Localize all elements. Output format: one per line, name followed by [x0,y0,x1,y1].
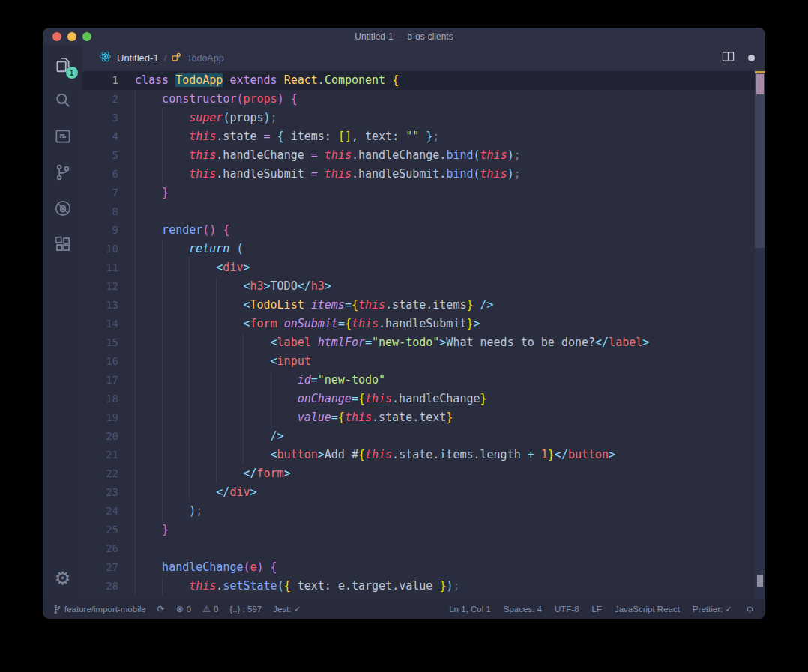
bell-icon[interactable] [745,604,755,615]
line-number[interactable]: 5 [82,146,118,165]
code-line[interactable]: 23</div> [82,483,765,502]
code-line[interactable]: 11<div> [82,258,765,277]
line-number[interactable]: 14 [82,315,118,333]
code-line[interactable]: 5this.handleChange = this.handleChange.b… [82,146,765,165]
indentation-status[interactable]: Spaces: 4 [504,605,542,614]
activity-bar: 1 [43,45,82,599]
sync-icon[interactable]: ⟳ [157,604,165,614]
line-number[interactable]: 15 [82,333,118,352]
line-number[interactable]: 12 [82,277,118,296]
git-branch-status[interactable]: feature/import-mobile [53,605,146,614]
scrollbar-thumb[interactable] [755,73,765,248]
line-number[interactable]: 25 [82,521,118,539]
breadcrumb-symbol[interactable]: TodoApp [187,53,223,64]
line-number[interactable]: 19 [82,408,118,427]
problems-count-status[interactable]: {..} : 597 [229,605,262,614]
code-line[interactable]: 14<form onSubmit={this.handleSubmit}> [82,315,765,333]
line-number[interactable]: 8 [82,202,118,221]
line-number[interactable]: 20 [82,427,118,446]
code-text: onChange={this.handleChange} [118,390,487,408]
code-line[interactable]: 1class TodoApp extends React.Component { [82,71,765,90]
line-number[interactable]: 7 [82,184,118,202]
line-number[interactable]: 28 [82,577,118,596]
errors-status[interactable]: ⊗ 0 [176,604,191,614]
prettier-status[interactable]: Prettier: ✓ [693,604,732,614]
extensions-icon[interactable] [52,234,73,255]
code-text: this.setState({ text: e.target.value }); [118,577,459,596]
unsaved-changes-dot-icon[interactable] [748,55,755,61]
code-line[interactable]: 24); [82,502,765,521]
editor-scrollbar[interactable] [755,71,765,599]
line-number[interactable]: 6 [82,165,118,184]
line-number[interactable]: 4 [82,127,118,146]
line-number[interactable]: 16 [82,352,118,371]
line-number[interactable]: 9 [82,221,118,240]
code-text: constructor(props) { [118,90,298,109]
overview-ruler-cursor-marker [757,575,763,587]
code-line[interactable]: 19value={this.state.text} [82,408,765,427]
code-text: render() { [118,221,229,240]
status-bar: feature/import-mobile ⟳ ⊗ 0 ⚠ 0 {..} : 5… [43,599,765,619]
code-line[interactable]: 18onChange={this.handleChange} [82,390,765,408]
code-line[interactable]: 4this.state = { items: [], text: "" }; [82,127,765,146]
line-number[interactable]: 18 [82,390,118,408]
line-number[interactable]: 1 [82,71,118,90]
language-mode-status[interactable]: JavaScript React [615,605,680,614]
error-icon: ⊗ [176,604,184,614]
line-number[interactable]: 26 [82,539,118,558]
close-window-button[interactable] [52,32,61,41]
code-line[interactable]: 21<button>Add #{this.state.items.length … [82,446,765,464]
debug-disabled-icon[interactable] [52,198,73,219]
code-line[interactable]: 20/> [82,427,765,446]
code-text: value={this.state.text} [118,408,453,427]
window-title: Untitled-1 — b-os-clients [43,31,765,42]
jest-status[interactable]: Jest: ✓ [273,604,301,614]
code-line[interactable]: 28this.setState({ text: e.target.value }… [82,577,765,596]
cursor-position-status[interactable]: Ln 1, Col 1 [449,605,491,614]
line-number[interactable]: 23 [82,483,118,502]
search-icon[interactable] [52,90,73,111]
output-panel-icon[interactable] [52,126,73,147]
code-editor[interactable]: 1class TodoApp extends React.Component {… [82,71,765,599]
code-line[interactable]: 25} [82,521,765,539]
line-number[interactable]: 2 [82,90,118,109]
code-line[interactable]: 7} [82,184,765,202]
explorer-badge: 1 [66,67,78,79]
line-number[interactable]: 24 [82,502,118,521]
line-number[interactable]: 17 [82,371,118,390]
split-editor-icon[interactable] [722,51,735,65]
encoding-status[interactable]: UTF-8 [555,605,579,614]
eol-status[interactable]: LF [592,605,602,614]
code-line[interactable]: 12<h3>TODO</h3> [82,277,765,296]
explorer-icon[interactable]: 1 [52,54,73,75]
code-line[interactable]: 10return ( [82,240,765,258]
code-line[interactable]: 2constructor(props) { [82,90,765,109]
warnings-status[interactable]: ⚠ 0 [202,604,218,614]
line-number[interactable]: 22 [82,464,118,483]
code-line[interactable]: 6this.handleSubmit = this.handleSubmit.b… [82,165,765,184]
line-number[interactable]: 3 [82,109,118,127]
code-text: <form onSubmit={this.handleSubmit}> [118,315,480,333]
code-text: /> [118,427,284,446]
code-line[interactable]: 13<TodoList items={this.state.items} /> [82,296,765,315]
code-line[interactable]: 16<input [82,352,765,371]
line-number[interactable]: 10 [82,240,118,258]
code-line[interactable]: 26 [82,539,765,558]
source-control-icon[interactable] [52,162,73,183]
minimize-window-button[interactable] [67,32,76,41]
tab-file-name[interactable]: Untitled-1 [117,52,159,64]
settings-gear-icon[interactable]: ⚙ [55,569,71,587]
code-line[interactable]: 9render() { [82,221,765,240]
line-number[interactable]: 21 [82,446,118,464]
zoom-window-button[interactable] [82,32,91,41]
code-line[interactable]: 22</form> [82,464,765,483]
code-line[interactable]: 27handleChange(e) { [82,558,765,577]
code-text: </div> [118,483,257,502]
line-number[interactable]: 11 [82,258,118,277]
code-line[interactable]: 8 [82,202,765,221]
code-line[interactable]: 17id="new-todo" [82,371,765,390]
code-line[interactable]: 15<label htmlFor="new-todo">What needs t… [82,333,765,352]
code-line[interactable]: 3super(props); [82,109,765,127]
line-number[interactable]: 27 [82,558,118,577]
line-number[interactable]: 13 [82,296,118,315]
